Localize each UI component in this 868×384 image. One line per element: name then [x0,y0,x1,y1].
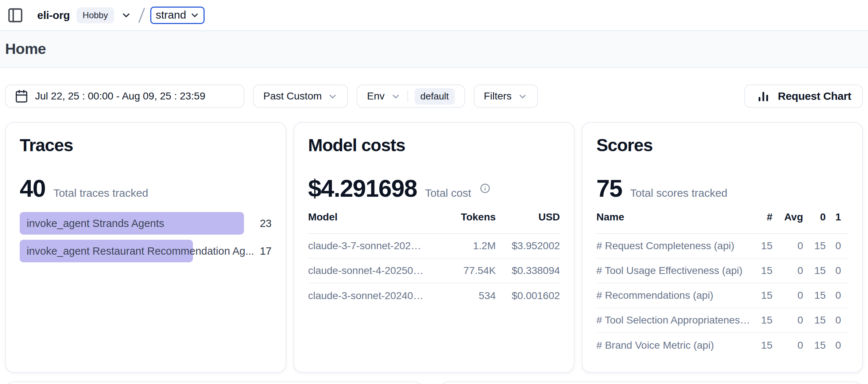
score-avg: 0 [772,265,803,277]
table-row: claude-3-sonnet-20240229 534 $0.001602 [308,283,560,308]
model-usd: $0.338094 [496,265,560,277]
trace-bar-row: invoke_agent Strands Agents 23 [20,212,272,235]
partial-card [440,381,863,384]
column-header-avg: Avg [772,211,803,223]
trace-bar-value: 23 [244,218,272,230]
sidebar-toggle-button[interactable] [5,5,26,26]
chevron-down-icon [328,91,338,102]
scores-card-title: Scores [596,135,848,155]
date-preset-label: Past Custom [263,90,322,102]
scores-card: Scores 75 Total scores tracked Name # Av… [582,122,863,373]
score-name: # Tool Selection Appropriateness (api) [596,314,752,326]
column-header-name: Name [596,211,752,223]
traces-total-label: Total traces tracked [53,187,148,199]
total-cost-label: Total cost [425,187,471,199]
model-costs-card: Model costs $4.291698 Total cost Model T… [294,122,575,373]
column-header-zero: 0 [803,211,826,223]
chevron-down-icon [518,91,528,102]
score-name: # Brand Voice Metric (api) [596,340,752,351]
info-icon[interactable] [480,183,490,193]
trace-bar-value: 17 [254,245,272,257]
breadcrumb-slash [138,7,145,23]
date-preset-dropdown[interactable]: Past Custom [253,85,348,108]
score-count: 15 [752,290,772,301]
date-range-label: Jul 22, 25 : 00:00 - Aug 09, 25 : 23:59 [35,90,205,102]
org-name: eli-org [37,9,70,21]
chevron-down-icon [121,10,132,21]
score-zero: 15 [803,265,826,277]
model-name: claude-3-7-sonnet-20250219 [308,240,427,252]
filters-label: Filters [484,90,512,102]
filters-dropdown[interactable]: Filters [474,85,538,108]
plan-badge: Hobby [77,7,114,23]
table-row: # Tool Usage Effectiveness (api) 15 0 15… [596,259,848,283]
table-row: claude-3-7-sonnet-20250219 1.2M $3.95200… [308,234,560,259]
page-title: Home [5,40,46,58]
divider [407,90,408,102]
scores-table: Name # Avg 0 1 # Request Completeness (a… [596,211,848,358]
traces-total-value: 40 [20,176,45,200]
scores-table-header: Name # Avg 0 1 [596,211,848,234]
total-scores-value: 75 [596,176,622,200]
project-select-value: strand [156,9,186,21]
column-header-model: Model [308,211,427,223]
model-usd: $3.952002 [496,240,560,252]
env-value-chip: default [415,88,455,105]
score-zero: 15 [803,340,826,351]
score-name: # Tool Usage Effectiveness (api) [596,265,752,277]
model-costs-table: Model Tokens USD claude-3-7-sonnet-20250… [308,211,560,308]
score-count: 15 [752,265,772,277]
org-switcher-button[interactable] [121,10,132,21]
score-one: 0 [826,290,841,301]
panel-left-icon [7,7,24,24]
request-chart-button[interactable]: Request Chart [744,85,863,108]
trace-bar-label: invoke_agent Restaurant Recommendation A… [20,240,254,262]
partial-card [5,381,423,384]
date-range-picker[interactable]: Jul 22, 25 : 00:00 - Aug 09, 25 : 23:59 [5,85,244,108]
score-avg: 0 [772,340,803,351]
chevron-down-icon [391,91,401,102]
score-name: # Recommendations (api) [596,290,752,301]
total-cost-value: $4.291698 [308,176,417,200]
table-row: # Request Completeness (api) 15 0 15 0 [596,234,848,259]
score-count: 15 [752,340,772,351]
score-one: 0 [826,240,841,252]
page-header-band: Home [0,31,868,68]
traces-card-title: Traces [20,135,272,155]
column-header-count: # [752,211,772,223]
score-avg: 0 [772,314,803,326]
score-count: 15 [752,240,772,252]
model-name: claude-sonnet-4-20250514 [308,265,427,277]
env-dropdown[interactable]: Env default [357,85,465,108]
model-costs-table-header: Model Tokens USD [308,211,560,234]
score-name: # Request Completeness (api) [596,240,752,252]
score-one: 0 [826,265,841,277]
top-bar: eli-org Hobby strand [0,0,868,31]
model-name: claude-3-sonnet-20240229 [308,290,427,302]
score-zero: 15 [803,290,826,301]
project-select[interactable]: strand [150,7,205,24]
trace-bar-row: invoke_agent Restaurant Recommendation A… [20,240,272,262]
traces-card: Traces 40 Total traces tracked invoke_ag… [5,122,286,373]
total-scores-label: Total scores tracked [630,187,728,199]
score-count: 15 [752,314,772,326]
model-costs-card-title: Model costs [308,135,560,155]
column-header-usd: USD [496,211,560,223]
table-row: # Tool Selection Appropriateness (api) 1… [596,308,848,333]
score-zero: 15 [803,240,826,252]
next-card-row [0,381,868,384]
score-one: 0 [826,314,841,326]
env-label: Env [367,90,384,102]
table-row: # Recommendations (api) 15 0 15 0 [596,283,848,308]
column-header-one: 1 [826,211,841,223]
trace-bar-label: invoke_agent Strands Agents [20,212,244,235]
model-usd: $0.001602 [496,290,560,302]
score-zero: 15 [803,314,826,326]
bar-chart-icon [756,89,771,103]
chevron-down-icon [190,10,200,20]
filter-bar: Jul 22, 25 : 00:00 - Aug 09, 25 : 23:59 … [0,85,868,108]
traces-bar-list: invoke_agent Strands Agents 23 invoke_ag… [20,212,272,262]
model-tokens: 77.54K [426,265,496,277]
column-header-tokens: Tokens [426,211,496,223]
table-row: # Brand Voice Metric (api) 15 0 15 0 [596,333,848,358]
